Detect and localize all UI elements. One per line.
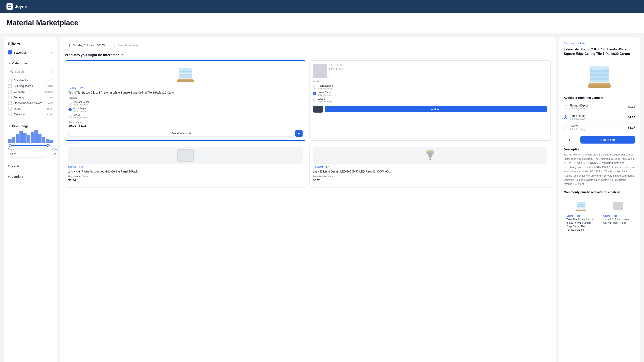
svg-point-41	[614, 208, 615, 208]
detail-vendor-name-1: FloorandDecor	[570, 104, 626, 107]
category-item[interactable]: BuildingBoards 10348	[8, 83, 53, 89]
favorites-checkbox[interactable]: ✓	[8, 50, 12, 54]
vendor-checkbox-1[interactable]	[68, 102, 72, 105]
svg-rect-10	[179, 75, 192, 76]
detail-vendor-row-2[interactable]: Home Depot .08 miles away $1.00	[564, 112, 635, 122]
vendor-distance-2: .08 miles away	[73, 110, 88, 112]
category-count: 473	[48, 102, 53, 105]
location-selector[interactable]: 📍 Boulder, Colorado. 80205 ▼	[65, 42, 111, 49]
category-list: Brickblocks 2847 BuildingBoards 10348 Co…	[8, 78, 53, 117]
product-price-featured: $0.90 - $1.11	[68, 124, 302, 127]
max-price-input[interactable]	[52, 151, 57, 158]
vendors-section-header[interactable]: ▶ Vendors	[8, 174, 53, 180]
from-vendor-row2-2: From Home Depot	[313, 175, 548, 178]
detail-vendor-price-1: $0.28	[628, 105, 635, 108]
product-name-row2-1: 2 ft. x 4 ft. Radar Suspended Grid Ceili…	[68, 170, 303, 174]
location-value: Boulder, Colorado. 80205	[72, 44, 105, 47]
product-card-featured[interactable]: Ceiling › Tiles TeknoTile Stucco 2 ft. x…	[65, 60, 306, 141]
svg-rect-11	[179, 77, 192, 78]
detail-vendor-dist-2: .08 miles away	[570, 118, 626, 120]
category-search-input[interactable]	[8, 68, 53, 75]
product-card-row2-2[interactable]: Electrical › N/A Light Efficient Design …	[310, 144, 551, 188]
favorites-filter[interactable]: ✓ Favorites 4	[8, 50, 53, 54]
svg-point-38	[616, 206, 616, 206]
category-checkbox[interactable]	[8, 112, 12, 116]
categories-section-header[interactable]: ▼ Categories	[8, 60, 53, 66]
product-card-row2-1[interactable]: Ceiling › Tiles 2 ft. x 4 ft. Radar Susp…	[65, 144, 306, 188]
price-chart-bar	[30, 132, 34, 143]
category-item[interactable]: Concrete 503853	[8, 89, 53, 94]
vendor-checkbox-p1[interactable]	[313, 86, 316, 89]
svg-point-15	[429, 151, 431, 153]
products-panel: 📍 Boulder, Colorado. 80205 ▼ Products yo…	[60, 37, 556, 362]
category-checkbox[interactable]	[8, 96, 12, 99]
detail-vendor-row-1[interactable]: FloorandDecor .08 miles away $0.28	[564, 102, 635, 112]
divider-3	[8, 160, 53, 160]
detail-breadcrumb-wiring[interactable]: Wiring	[578, 42, 585, 45]
vendor-item-partial-1[interactable]: FloorandDecor .06 miles away	[313, 84, 547, 90]
vendor-item-partial-3[interactable]: Lowe's .08 miles away	[313, 97, 547, 103]
product-breadcrumb-featured: Ceiling › Tiles	[68, 87, 302, 90]
price-range-slider[interactable]	[8, 145, 53, 146]
price-range-header[interactable]: ▼ Price range	[8, 123, 53, 129]
vendor-item-partial-2[interactable]: ✓ Home Depot .08 miles away	[313, 90, 547, 97]
svg-rect-12	[179, 68, 192, 71]
price-chart-bar	[20, 131, 23, 143]
vendor-checkbox-p3[interactable]	[313, 98, 316, 102]
detail-vendor-radio-1[interactable]	[564, 105, 568, 109]
breadcrumb-ceiling[interactable]: Ceiling	[68, 87, 76, 90]
detail-vendor-radio-3[interactable]	[564, 126, 568, 129]
price-range-track	[10, 145, 48, 146]
vendor-checkbox-p2[interactable]: ✓	[313, 92, 316, 95]
vendor-checkbox-3[interactable]	[68, 114, 72, 118]
cp-card-1[interactable]: Ceiling › Tiles TeknoTile Stucco 2 ft. x…	[564, 196, 598, 234]
svg-rect-9	[179, 74, 192, 75]
cp-bc-ceiling-2[interactable]: Ceiling	[603, 214, 610, 217]
category-checkbox[interactable]	[8, 107, 12, 110]
breadcrumb-tiles[interactable]: Tiles	[78, 87, 83, 90]
commonly-purchased-section: Commonly purchased with this material	[564, 190, 635, 234]
cp-card-2[interactable]: Ceiling › Tiles 2 ft. x 2 ft. Radar Lay-…	[601, 196, 635, 234]
vendor-checkbox-2[interactable]: ✓	[68, 108, 72, 111]
category-checkbox[interactable]	[8, 90, 12, 94]
price-handle-min[interactable]	[9, 144, 12, 147]
min-price-input[interactable]	[8, 151, 46, 158]
cp-bc-tiles-1[interactable]: Tiles	[576, 214, 580, 217]
categories-chevron-icon: ▼	[8, 62, 10, 65]
category-item[interactable]: Electrical 28375	[8, 112, 53, 117]
see-offers-button[interactable]: See all offers (3)	[68, 130, 294, 137]
color-title: Color	[12, 164, 53, 167]
add-to-cart-button[interactable]: Add to cart	[580, 136, 635, 144]
category-checkbox[interactable]	[8, 78, 12, 82]
detail-vendor-radio-2[interactable]	[564, 116, 568, 119]
filters-sidebar: Filters ✓ Favorites 4 ▼ Categories 🔍	[4, 37, 57, 362]
category-label: DoorWindowHardware	[14, 102, 46, 105]
category-item[interactable]: Decking 30284	[8, 94, 53, 100]
favorite-button[interactable]: ★	[295, 130, 302, 137]
product-card-partial[interactable]: 2 ft. x 2 ft. Ra... Panel 4-Pack Vendors…	[310, 60, 551, 141]
product-thumbnail-sm	[313, 106, 323, 112]
vendor-item-1[interactable]: FloorandDecor .06 miles away	[68, 100, 302, 106]
vendor-item-2[interactable]: ✓ Home Depot .08 miles away	[68, 106, 302, 113]
logo[interactable]: Joyne	[6, 3, 27, 10]
category-count: 30284	[45, 96, 53, 99]
cp-name-1: TeknoTile Stucco 2 ft. x 4 ft. Lay-In Wh…	[566, 218, 596, 232]
category-item[interactable]: DoorWindowHardware 473	[8, 100, 53, 106]
category-item[interactable]: Doors 1636	[8, 106, 53, 112]
quantity-input[interactable]	[564, 136, 578, 143]
svg-rect-3	[10, 7, 11, 8]
vendor-item-3[interactable]: Lowe's .08 miles away	[68, 113, 302, 120]
detail-vendor-row-3[interactable]: Lowe's .08 miles away $1.17	[564, 122, 635, 133]
category-checkbox[interactable]	[8, 84, 12, 88]
detail-breadcrumb-electrical[interactable]: Electrical	[564, 42, 574, 45]
color-section-header[interactable]: ▶ Color	[8, 162, 53, 168]
cp-bc-ceiling-1[interactable]: Ceiling	[566, 214, 573, 217]
product-breadcrumb-row2-2: Electrical › N/A	[313, 166, 548, 168]
product-search-input[interactable]	[114, 42, 551, 49]
price-handle-max[interactable]	[47, 144, 50, 147]
category-checkbox[interactable]	[8, 101, 12, 105]
svg-rect-24	[590, 80, 608, 82]
cp-bc-tiles-2[interactable]: Tiles	[612, 214, 617, 217]
category-item[interactable]: Brickblocks 2847	[8, 78, 53, 83]
add-to-cart-partial-button[interactable]: Add to...	[325, 106, 547, 112]
